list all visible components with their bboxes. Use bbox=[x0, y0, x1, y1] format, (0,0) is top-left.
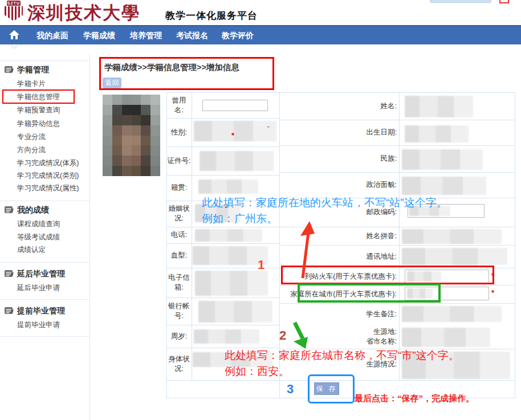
field-label-id-number: 证件号: bbox=[166, 146, 192, 175]
active-tab-caret bbox=[11, 44, 18, 48]
nav-item-student-status-scores[interactable]: 学籍成绩 bbox=[83, 27, 116, 43]
field-label-age: 周岁: bbox=[166, 325, 192, 348]
field-label-name: 姓名: bbox=[279, 92, 397, 120]
sidebar-item-course-score-query[interactable]: 课程成绩查询 bbox=[17, 218, 60, 230]
nav-item-my-desktop[interactable]: 我的桌面 bbox=[36, 27, 69, 43]
student-remarks-value-redacted bbox=[402, 306, 502, 322]
field-label-former-name: 曾用 名: bbox=[166, 92, 192, 118]
age-value-redacted bbox=[194, 329, 259, 344]
student-photo bbox=[103, 95, 160, 176]
field-label-physical-condition: 身体状 况: bbox=[166, 348, 192, 380]
nav-item-teaching-evaluation[interactable]: 教学评价 bbox=[221, 27, 254, 43]
red-arrow-up-icon bbox=[286, 220, 320, 280]
home-icon[interactable] bbox=[9, 30, 19, 39]
blood-type-value-redacted bbox=[193, 246, 268, 265]
sidebar-section-early-graduation: 提前毕业管理 bbox=[17, 305, 65, 316]
sidebar-item-completion-category[interactable]: 学习完成情况(类别) bbox=[17, 170, 79, 181]
dropdown-chevron-icon: ⌄ bbox=[266, 122, 271, 129]
blue-instruction-note: 此处填写：家庭所在地的火车站，不写“站”这个字。 例如：广州东。 bbox=[202, 195, 521, 227]
sidebar-item-level-exam-scores[interactable]: 等级考试成绩 bbox=[17, 231, 60, 243]
sztu-logo-icon: SZTU bbox=[5, 1, 24, 25]
field-label-phone: 电话: bbox=[166, 227, 192, 243]
sidebar-section-student-status: 学籍管理 bbox=[17, 64, 49, 75]
red-instruction-note: 此处填写：家庭所在城市名称，不写“市”这个字。 例如：西安。 bbox=[225, 348, 521, 380]
platform-name: 教学一体化服务平台 bbox=[165, 9, 258, 22]
final-instruction-note: 最后点击：“保存”，完成操作。 bbox=[355, 393, 474, 404]
sidebar-item-status-change-info[interactable]: 学籍异动信息 bbox=[17, 118, 60, 129]
step-number-2: 2 bbox=[279, 328, 286, 343]
section-icon bbox=[5, 206, 14, 214]
sidebar-item-early-graduation-apply[interactable]: 提前毕业申请 bbox=[17, 319, 60, 331]
sidebar-annotation-red-box bbox=[2, 89, 75, 104]
field-label-email: 电子信 箱: bbox=[166, 268, 192, 297]
gender-value-redacted[interactable] bbox=[194, 121, 276, 141]
divider bbox=[0, 60, 89, 61]
mailing-address-value-redacted bbox=[402, 248, 507, 265]
field-label-blood-type: 血型: bbox=[166, 243, 192, 268]
sidebar-section-my-scores: 我的成绩 bbox=[17, 204, 49, 215]
sidebar-item-status-warning-query[interactable]: 学籍预警查询 bbox=[17, 104, 60, 116]
sidebar-border bbox=[89, 54, 90, 420]
phone-value-redacted bbox=[195, 229, 262, 242]
required-asterisk: * bbox=[231, 131, 234, 140]
name-pinyin-value-redacted bbox=[402, 229, 502, 244]
bank-account-value-redacted bbox=[198, 301, 272, 323]
field-label-gender: 性别: bbox=[166, 118, 192, 146]
sidebar-section-delayed-graduation: 延后毕业管理 bbox=[17, 268, 65, 279]
required-asterisk: * bbox=[491, 288, 494, 297]
sidebar-item-major-diversion[interactable]: 专业分流 bbox=[17, 131, 46, 142]
divider bbox=[0, 299, 89, 300]
nav-item-training-management[interactable]: 培养管理 bbox=[129, 27, 162, 43]
sidebar-item-direction-diversion[interactable]: 方向分流 bbox=[17, 144, 46, 156]
section-icon bbox=[5, 270, 14, 278]
field-label-birth-date: 出生日期: bbox=[279, 120, 397, 145]
divider bbox=[0, 201, 89, 201]
breadcrumb-annotation-red-box bbox=[99, 57, 274, 90]
app-window: SZTU 深圳技术大學 教学一体化服务平台 我的桌面 学籍成绩 培养管理 考试报… bbox=[0, 0, 521, 420]
political-status-value-redacted bbox=[402, 177, 486, 195]
sidebar-item-score-recognition[interactable]: 成绩认定 bbox=[17, 244, 46, 255]
field-label-political-status: 政治面貌: bbox=[279, 172, 397, 198]
university-name: 深圳技术大學 bbox=[27, 1, 140, 25]
logo-text: SZTU bbox=[7, 1, 21, 6]
nav-item-exam-registration[interactable]: 考试报名 bbox=[176, 27, 209, 43]
family-city-annotation-green-box bbox=[298, 283, 441, 303]
save-annotation-blue-box bbox=[308, 374, 355, 403]
email-value-redacted bbox=[195, 271, 268, 296]
green-arrow-down-icon bbox=[288, 321, 314, 350]
divider bbox=[0, 262, 89, 263]
step-number-1: 1 bbox=[258, 258, 264, 272]
table-line bbox=[192, 92, 192, 380]
former-name-input[interactable] bbox=[202, 100, 268, 111]
field-label-marital-status: 婚姻状 况: bbox=[166, 201, 192, 227]
field-label-ethnicity: 民族: bbox=[279, 145, 397, 172]
divider bbox=[0, 336, 89, 337]
sidebar-item-status-card[interactable]: 学籍卡片 bbox=[17, 78, 46, 89]
field-label-bank-account: 银行帐 号: bbox=[166, 297, 192, 325]
section-icon bbox=[5, 66, 14, 74]
ethnicity-value-redacted bbox=[402, 149, 483, 170]
section-icon bbox=[5, 307, 14, 315]
sidebar-item-delayed-graduation-apply[interactable]: 延后毕业申请 bbox=[17, 282, 60, 293]
native-place-value-redacted bbox=[198, 180, 258, 194]
main-nav: 我的桌面 学籍成绩 培养管理 考试报名 教学评价 bbox=[0, 26, 521, 44]
origin-province-city-value-redacted bbox=[402, 328, 490, 347]
sidebar-item-completion-system[interactable]: 学习完成情况(体系) bbox=[17, 157, 79, 169]
cutoff-annotation-box bbox=[499, 0, 509, 3]
step-number-3: 3 bbox=[287, 382, 294, 397]
birth-date-value-redacted bbox=[405, 125, 469, 142]
name-value-redacted bbox=[405, 96, 473, 117]
cutoff-toolbar bbox=[430, 0, 491, 3]
id-number-value-redacted bbox=[200, 151, 274, 171]
field-label-native-place: 籍贯: bbox=[166, 175, 192, 201]
table-line bbox=[399, 92, 400, 380]
sidebar-item-completion-attribute[interactable]: 学习完成情况(属性) bbox=[17, 182, 79, 194]
